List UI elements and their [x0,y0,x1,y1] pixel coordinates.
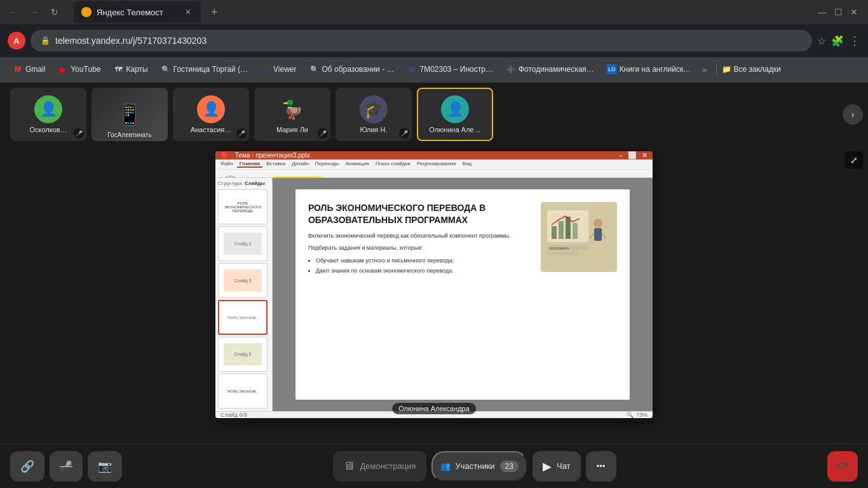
viewer-icon: ie [261,64,271,74]
bookmark-youtube[interactable]: ▶ YouTube [53,62,105,77]
bookmark-photo[interactable]: ➕ Фотодинамическая… [501,62,599,77]
bookmark-gmail-label: Gmail [25,65,45,74]
bookmark-7m-label: 7М02303 – Иностр… [419,65,492,74]
forward-button[interactable]: → [25,3,43,21]
reload-button[interactable]: ↻ [46,3,64,21]
bookmark-maps[interactable]: 🗺 Карты [109,62,153,77]
mic-off-icon-maria: 🎤 [318,128,328,139]
slide-number: Слайд 6/9 [220,412,247,418]
demo-button[interactable]: 🖥 Демонстрация [333,451,426,482]
address-bar[interactable]: 🔒 telemost.yandex.ru/j/57170371430203 [31,30,812,51]
svg-text:ЭКОНОМИКА: ЭКОНОМИКА [549,247,570,250]
svg-rect-3 [559,221,564,239]
ppt-main-slide-area: РОЛЬ ЭКОНОМИЧЕСКОГО ПЕРЕВОДА В ОБРАЗОВАТ… [273,178,653,411]
svg-point-6 [593,219,602,227]
bookmark-gostinisa[interactable]: 🔍 Гостиница Торгай (… [156,62,253,77]
slide-thumb-3[interactable]: Слайд 3 [218,263,268,298]
participant-card-yulia[interactable]: 🎓 Юлия Н. 🎤 [336,88,412,141]
expand-button[interactable]: ⤢ [845,151,863,169]
search-icon: 🔍 [161,64,171,74]
extensions-icon[interactable]: 🧩 [831,35,844,47]
svg-rect-12 [547,252,579,255]
camera-button[interactable]: 📷 [88,451,122,482]
ppt-slides-panel: СтруктураСлайды РОЛЬ ЭКОНОМИЧЕСКОГО ПЕРЕ… [215,178,273,411]
slide-bullet1: Обучают навыкам устного и письменного пе… [316,257,531,266]
slide-thumb-6[interactable]: РОЛЬ ЭКОНОМ.. [218,374,268,409]
participants-button[interactable]: 👥 Участники 23 [431,451,527,482]
mic-off-icon-anastasia: 🎤 [236,128,247,139]
slide-thumb-4[interactable]: РОЛЬ ЭКОНОМ.. [218,300,268,335]
avatar-yulia: 🎓 [360,95,388,123]
bookmark-knigi-label: Книги на английск… [620,65,691,74]
bookmark-viewer[interactable]: ie Viewer [255,62,301,77]
bookmark-viewer-label: Viewer [273,65,296,74]
bookmark-gmail[interactable]: M Gmail [8,62,50,77]
slide-body-text1: Включить экономический перевод как обяза… [308,232,531,241]
mic-button[interactable]: 🎤 [50,451,83,482]
bookmark-7m[interactable]: W 7М02303 – Иностр… [402,62,498,77]
ppt-ribbon: Файл Главная Вставка Дизайн Переходы Ани… [215,159,653,178]
active-tab[interactable]: 🟠 Яндекс Телемост ✕ [74,1,201,23]
profile-icon[interactable]: A [8,32,25,50]
book-icon: LD [607,64,617,74]
participant-card-oskolkov[interactable]: 👤 Осколков… 🎤 [10,88,86,141]
ppt-content: СтруктураСлайды РОЛЬ ЭКОНОМИЧЕСКОГО ПЕРЕ… [215,178,653,411]
screen-share-window: 🔴 Тема - презентация3.pptx –⬜✕ Файл Глав… [215,151,653,418]
tab-favicon: 🟠 [81,7,92,17]
browser-chrome: ← → ↻ 🟠 Яндекс Телемост ✕ + — ☐ ✕ A 🔒 te… [0,0,868,83]
mic-off-icon: 🎤 [60,460,72,472]
slide-bullet2: Дают знания по основам экономического пе… [316,267,531,276]
bookmark-knigi[interactable]: LD Книги на английск… [602,62,696,77]
slide-text: РОЛЬ ЭКОНОМИЧЕСКОГО ПЕРЕВОДА В ОБРАЗОВАТ… [308,202,531,386]
participants-row: 👤 Осколков… 🎤 📱 ГосАлевтинать 👤 Анастаси… [0,83,868,146]
screen-share-area: 🔴 Тема - презентация3.pptx –⬜✕ Файл Глав… [0,146,868,444]
more-button[interactable]: ••• [586,451,616,482]
participant-card-maria[interactable]: 🦆 Мария Ли 🎤 [254,88,330,141]
ppt-titlebar: 🔴 Тема - презентация3.pptx –⬜✕ [215,151,653,159]
slide-thumb-2[interactable]: Слайд 2 [218,226,268,261]
participant-card-olyunina[interactable]: 👤 Олюнина Але… [417,88,493,141]
chat-label: Чат [557,461,571,471]
mic-off-icon-yulia: 🎤 [399,128,409,139]
gmail-icon: M [13,64,23,74]
participants-count-badge: 23 [500,461,519,472]
more-bookmarks-button[interactable]: » [698,62,710,77]
maximize-button[interactable]: ☐ [834,7,843,17]
end-call-button[interactable]: 📞 [827,451,858,482]
menu-icon[interactable]: ⋮ [849,34,860,48]
participant-name-olyunina: Олюнина Але… [429,126,480,133]
demo-icon: 🖥 [343,459,355,473]
ppt-title: 🔴 Тема - презентация3.pptx [220,152,310,159]
tab-title: Яндекс Телемост [97,8,163,17]
minimize-button[interactable]: — [818,7,827,17]
mic-off-icon-oskolkov: 🎤 [74,128,84,139]
participant-card-anastasia[interactable]: 👤 Анастасия… 🎤 [173,88,249,141]
slide-thumb-5[interactable]: Слайд 5 [218,337,268,372]
all-bookmarks-button[interactable]: 📁 Все закладки [716,62,786,76]
back-button[interactable]: ← [5,3,23,21]
youtube-icon: ▶ [58,64,68,74]
participants-label: Участники [456,461,495,471]
participants-next-button[interactable]: › [843,104,863,125]
svg-rect-5 [573,223,578,239]
navigation-bar: A 🔒 telemost.yandex.ru/j/57170371430203 … [0,24,868,57]
participant-card-gosalev[interactable]: 📱 ГосАлевтинать [92,88,168,141]
svg-rect-7 [594,228,602,241]
participant-name-yulia: Юлия Н. [360,126,387,133]
chat-button[interactable]: ▶ Чат [532,451,581,482]
slide-body: Включить экономический перевод как обяза… [308,232,531,276]
new-tab-button[interactable]: + [206,3,223,22]
slide-body-text2: Подбирать задания и материалы, которые: [308,244,531,253]
avatar-olyunina: 👤 [441,95,469,123]
title-bar: ← → ↻ 🟠 Яндекс Телемост ✕ + — ☐ ✕ [0,0,868,24]
bookmark-ob-obrazovanii[interactable]: 🔍 Об образовании - … [304,62,400,77]
participant-name-anastasia: Анастасия… [191,126,232,133]
participants-icon: 👥 [440,461,451,471]
slide-thumb-1[interactable]: РОЛЬ ЭКОНОМИЧЕСКОГО ПЕРЕВОДА [218,189,268,224]
tab-close-button[interactable]: ✕ [183,7,193,17]
bookmark-icon[interactable]: ☆ [817,35,826,47]
close-window-button[interactable]: ✕ [850,7,858,17]
ppt-window-controls: –⬜✕ [619,151,648,159]
link-button[interactable]: 🔗 [10,451,44,482]
slide-bullets: Обучают навыкам устного и письменного пе… [308,257,531,276]
